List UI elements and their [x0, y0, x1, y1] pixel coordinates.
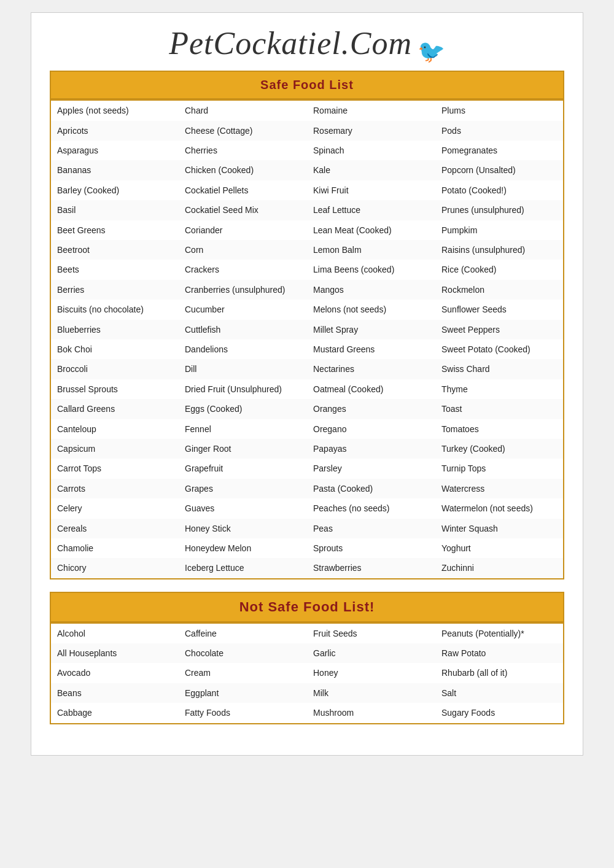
list-item: Dill [179, 359, 307, 379]
list-item: Oranges [307, 399, 435, 419]
list-item: Cockatiel Seed Mix [179, 200, 307, 220]
table-row: CapsicumGinger RootPapayasTurkey (Cooked… [50, 439, 564, 459]
list-item: Leaf Lettuce [307, 200, 435, 220]
list-item: Nectarines [307, 359, 435, 379]
list-item: Brussel Sprouts [50, 379, 179, 399]
list-item: Dried Fruit (Unsulphured) [179, 379, 307, 399]
list-item: Sugary Foods [435, 703, 564, 723]
list-item: Corn [179, 240, 307, 260]
list-item: Sunflower Seeds [435, 300, 564, 319]
list-item: Eggs (Cooked) [179, 399, 307, 419]
table-row: BeansEggplantMilkSalt [50, 683, 564, 703]
list-item: Grapefruit [179, 459, 307, 478]
list-item: Grapes [179, 479, 307, 498]
list-item: Cherries [179, 141, 307, 160]
table-row: Beet GreensCorianderLean Meat (Cooked)Pu… [50, 220, 564, 240]
list-item: Cucumber [179, 300, 307, 319]
list-item: Rockmelon [435, 280, 564, 300]
table-row: Biscuits (no chocolate)CucumberMelons (n… [50, 300, 564, 319]
list-item: Honeydew Melon [179, 538, 307, 558]
table-row: BerriesCranberries (unsulphured)MangosRo… [50, 280, 564, 300]
list-item: Plums [435, 100, 564, 120]
table-row: Callard GreensEggs (Cooked)OrangesToast [50, 399, 564, 419]
list-item: Millet Spray [307, 320, 435, 339]
list-item: Turnip Tops [435, 459, 564, 478]
list-item: Basil [50, 200, 179, 220]
list-item: Kale [307, 160, 435, 180]
list-item: Bok Choi [50, 339, 179, 359]
list-item: Iceberg Lettuce [179, 558, 307, 578]
list-item: Kiwi Fruit [307, 180, 435, 200]
list-item: Spinach [307, 141, 435, 160]
not-safe-food-table: AlcoholCaffeineFruit SeedsPeanuts (Poten… [50, 622, 564, 724]
list-item: Beans [50, 683, 179, 703]
list-item: Cranberries (unsulphured) [179, 280, 307, 300]
list-item: Watermelon (not seeds) [435, 498, 564, 518]
list-item: Garlic [307, 643, 435, 663]
list-item: Rosemary [307, 121, 435, 141]
list-item: Fennel [179, 419, 307, 439]
list-item: Peas [307, 519, 435, 538]
table-row: Apples (not seeds)ChardRomainePlums [50, 100, 564, 120]
list-item: Cream [179, 663, 307, 683]
list-item: Cereals [50, 519, 179, 538]
list-item: Mustard Greens [307, 339, 435, 359]
list-item: Barley (Cooked) [50, 180, 179, 200]
list-item: Oatmeal (Cooked) [307, 379, 435, 399]
list-item: Apricots [50, 121, 179, 141]
table-row: BeetsCrackersLima Beens (cooked)Rice (Co… [50, 260, 564, 279]
list-item: Papayas [307, 439, 435, 459]
list-item: Chamolie [50, 538, 179, 558]
list-item: Potato (Cooked!) [435, 180, 564, 200]
list-item: Beets [50, 260, 179, 279]
list-item: Winter Squash [435, 519, 564, 538]
table-row: ApricotsCheese (Cottage)RosemaryPods [50, 121, 564, 141]
table-row: BeetrootCornLemon BalmRaisins (unsulphur… [50, 240, 564, 260]
table-row: Barley (Cooked)Cockatiel PelletsKiwi Fru… [50, 180, 564, 200]
list-item: Alcohol [50, 623, 179, 643]
list-item: Romaine [307, 100, 435, 120]
list-item: Avocado [50, 663, 179, 683]
table-row: AsparagusCherriesSpinachPomegranates [50, 141, 564, 160]
list-item: Melons (not seeds) [307, 300, 435, 319]
bird-icon: 🐦 [418, 39, 445, 64]
list-item: Zuchinni [435, 558, 564, 578]
list-item: Bananas [50, 160, 179, 180]
table-row: CerealsHoney StickPeasWinter Squash [50, 519, 564, 538]
list-item: Beetroot [50, 240, 179, 260]
table-row: Carrot TopsGrapefruitParsleyTurnip Tops [50, 459, 564, 478]
list-item: Guaves [179, 498, 307, 518]
site-header: PetCockatiel.Com 🐦 [50, 25, 564, 64]
list-item: All Houseplants [50, 643, 179, 663]
table-row: ChicoryIceberg LettuceStrawberriesZuchin… [50, 558, 564, 578]
list-item: Tomatoes [435, 419, 564, 439]
not-safe-food-header: Not Safe Food List! [50, 592, 564, 622]
list-item: Fatty Foods [179, 703, 307, 723]
list-item: Asparagus [50, 141, 179, 160]
list-item: Capsicum [50, 439, 179, 459]
list-item: Toast [435, 399, 564, 419]
list-item: Fruit Seeds [307, 623, 435, 643]
list-item: Cuttlefish [179, 320, 307, 339]
list-item: Strawberries [307, 558, 435, 578]
list-item: Broccoli [50, 359, 179, 379]
list-item: Blueberries [50, 320, 179, 339]
table-row: All HouseplantsChocolateGarlicRaw Potato [50, 643, 564, 663]
list-item: Lean Meat (Cooked) [307, 220, 435, 240]
list-item: Beet Greens [50, 220, 179, 240]
list-item: Swiss Chard [435, 359, 564, 379]
list-item: Caffeine [179, 623, 307, 643]
list-item: Apples (not seeds) [50, 100, 179, 120]
list-item: Thyme [435, 379, 564, 399]
list-item: Oregano [307, 419, 435, 439]
table-row: CabbageFatty FoodsMushroomSugary Foods [50, 703, 564, 723]
list-item: Pasta (Cooked) [307, 479, 435, 498]
list-item: Pumpkim [435, 220, 564, 240]
list-item: Parsley [307, 459, 435, 478]
list-item: Watercress [435, 479, 564, 498]
page: PetCockatiel.Com 🐦 Safe Food List Apples… [31, 12, 583, 756]
list-item: Chicory [50, 558, 179, 578]
safe-food-table: Apples (not seeds)ChardRomainePlumsApric… [50, 99, 564, 579]
list-item: Milk [307, 683, 435, 703]
list-item: Carrot Tops [50, 459, 179, 478]
